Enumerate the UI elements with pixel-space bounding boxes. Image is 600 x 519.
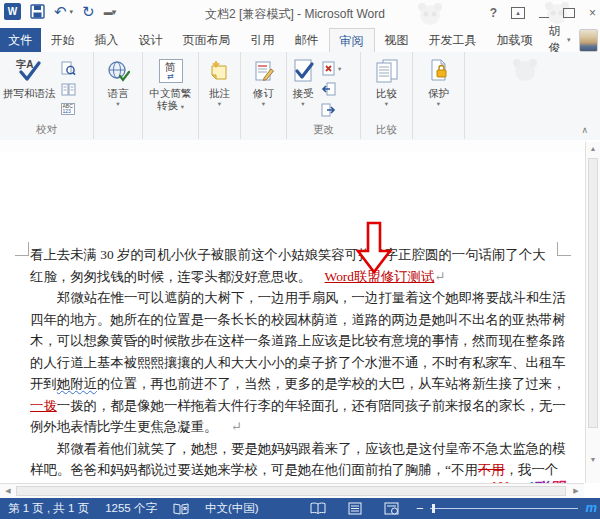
research-icon — [61, 61, 76, 76]
help-button[interactable]: ? — [490, 4, 497, 22]
zoom-slider[interactable] — [430, 508, 578, 509]
chevron-down-icon: ▾ — [218, 100, 221, 108]
text-run: 木，可以想象黄昏的时候散步在这样一条道路上应该是比较有意境的事情，然而现在整条路 — [30, 333, 566, 348]
status-bar: 第 1 页 , 共 1 页 1255 个字 中文(中国) − m — [0, 498, 600, 519]
new-comment-button[interactable]: 批注 ▾ — [205, 55, 235, 139]
text-run: 一拨的，都是像她一样拖着大件行李的年轻面孔，还有陪同孩子前来报名的家长，无一 — [57, 398, 566, 413]
reject-button[interactable]: ▾ — [319, 60, 343, 77]
read-mode-icon[interactable] — [310, 502, 326, 515]
undo-dropdown-icon[interactable]: ▾ — [70, 8, 74, 16]
maximize-button[interactable] — [563, 8, 575, 18]
close-button[interactable]: × — [589, 4, 596, 22]
word-count-indicator[interactable]: 1255 个字 — [97, 501, 165, 516]
chinese-conversion-button[interactable]: 简 ⇄ 中文简繁转换 ▾ — [147, 55, 195, 139]
ribbon-display-options-button[interactable]: ▴ — [511, 7, 525, 19]
thesaurus-button[interactable] — [59, 81, 78, 98]
group-compare: 比较 ▾ 比较 — [361, 52, 413, 139]
redo-icon[interactable]: ↻ — [82, 4, 95, 20]
text-run-ins: 一拨 — [30, 398, 57, 413]
language-indicator[interactable]: 中文(中国) — [197, 501, 267, 516]
scroll-down-arrow[interactable]: ▼ — [586, 453, 600, 467]
horizontal-scroll-thumb[interactable] — [16, 486, 566, 496]
web-layout-icon[interactable] — [384, 502, 399, 515]
tab-引用[interactable]: 引用 — [241, 28, 285, 52]
word-count-button[interactable]: ABC123 — [59, 102, 78, 116]
chevron-down-icon: ▾ — [116, 100, 119, 108]
save-icon[interactable] — [30, 4, 45, 19]
text-run: 样吧。爸爸和妈妈都说过要送她来学校，可是她在他们面前拍了胸脯，“不用 — [30, 462, 478, 477]
tab-页面布局[interactable]: 页面布局 — [173, 28, 241, 52]
window-title: 文档2 [兼容模式] - Microsoft Word — [130, 6, 460, 23]
proofing-errors-indicator[interactable] — [165, 502, 197, 515]
group-label-compare: 比较 — [361, 123, 412, 137]
document-line: 郑微站在惟一可以遮荫的大树下，一边用手扇风，一边打量着这个她即将要战斗和生活 — [57, 289, 566, 306]
text-run-mark: ↵ — [217, 419, 242, 434]
previous-change-button[interactable] — [319, 81, 343, 98]
group-label-changes: 更改 — [287, 123, 360, 137]
language-icon — [106, 59, 130, 83]
document-line: 样吧。爸爸和妈妈都说过要送她来学校，可是她在他们面前拍了胸脯，“不用不用，我一个 — [30, 461, 558, 478]
protect-button[interactable]: 保护 ▾ — [423, 55, 455, 139]
tab-邮件[interactable]: 邮件 — [285, 28, 329, 52]
zoom-slider-thumb[interactable] — [432, 504, 435, 513]
print-layout-icon[interactable] — [348, 502, 362, 515]
chevron-down-icon: ▾ — [385, 100, 388, 108]
tab-list: 开始插入设计页面布局引用邮件审阅视图开发工具加载项 — [41, 28, 543, 52]
reject-icon — [321, 61, 336, 76]
vertical-scroll-thumb[interactable] — [588, 158, 598, 428]
site-watermark-letter: m — [585, 500, 597, 515]
text-run: ，我一个 — [505, 462, 559, 477]
proofing-book-icon — [173, 502, 189, 515]
ribbon-tab-row: 文件 开始插入设计页面布局引用邮件审阅视图开发工具加载项 胡俊▾ — [0, 28, 600, 53]
chevron-down-icon: ▾ — [301, 100, 304, 108]
accept-icon — [290, 58, 316, 84]
user-avatar[interactable] — [579, 29, 598, 52]
next-change-button[interactable] — [319, 102, 343, 119]
track-changes-button[interactable]: 修订 ▾ — [249, 55, 279, 139]
zoom-out-button[interactable]: − — [416, 501, 424, 516]
minimize-button[interactable] — [539, 17, 549, 18]
ribbon-spacer: ∧ — [465, 52, 600, 139]
scroll-right-arrow[interactable]: ▶ — [569, 484, 583, 498]
group-tracking: 修订 ▾ — [241, 52, 287, 139]
group-label-proofing: 校对 — [0, 123, 93, 137]
text-run: 郑微看着他们就笑了，她想，要是她妈妈跟着来了，应该也是这付皇帝不急太监急的模 — [57, 441, 566, 456]
language-button[interactable]: 语言 ▾ — [103, 55, 133, 139]
tab-file[interactable]: 文件 — [0, 28, 41, 52]
group-chinese-conversion: 简 ⇄ 中文简繁转换 ▾ — [143, 52, 199, 139]
collapse-ribbon-button[interactable]: ∧ — [581, 125, 588, 135]
text-run-gram: 她附近 — [57, 376, 97, 391]
tab-插入[interactable]: 插入 — [85, 28, 129, 52]
text-boundary-mark-top-right — [557, 242, 571, 256]
tab-加载项[interactable]: 加载项 — [487, 28, 543, 52]
group-language: 语言 ▾ — [94, 52, 143, 139]
page-number-indicator[interactable]: 第 1 页 , 共 1 页 — [0, 501, 97, 516]
document-area: 看上去未满 30 岁的司机小伙子被眼前这个小姑娘笑容可掬又字正腔圆的一句话闹了个… — [0, 140, 600, 498]
scroll-up-arrow[interactable]: ▲ — [586, 142, 600, 156]
tab-设计[interactable]: 设计 — [129, 28, 173, 52]
text-run: 的位置，再也前进不了，当然，更多的是学校的大巴，从车站将新生接了过来， — [97, 376, 566, 391]
scroll-left-arrow[interactable]: ◀ — [1, 484, 15, 498]
document-line: 看上去未满 30 岁的司机小伙子被眼前这个小姑娘笑容可掬又字正腔圆的一句话闹了个… — [30, 246, 546, 263]
undo-icon[interactable]: ↶ — [54, 4, 67, 20]
horizontal-scrollbar[interactable]: ◀ ▶ — [0, 483, 584, 498]
research-button[interactable] — [59, 60, 78, 77]
tab-开始[interactable]: 开始 — [41, 28, 85, 52]
vertical-scrollbar[interactable]: ▲ ▼ — [585, 142, 600, 483]
thesaurus-icon — [61, 82, 76, 97]
word-count-icon: ABC123 — [61, 103, 75, 115]
tab-视图[interactable]: 视图 — [375, 28, 419, 52]
title-bar[interactable]: W ↶▾ ↻ ▬▾ 文档2 [兼容模式] - Microsoft Word ? … — [0, 0, 600, 28]
tab-开发工具[interactable]: 开发工具 — [419, 28, 487, 52]
document-page[interactable]: 看上去未满 30 岁的司机小伙子被眼前这个小姑娘笑容可掬又字正腔圆的一句话闹了个… — [0, 152, 584, 498]
user-account-button[interactable]: 胡俊▾ — [543, 28, 577, 52]
qat-customize-icon[interactable]: ▬▾ — [104, 7, 116, 17]
spelling-grammar-icon: 字A — [16, 58, 42, 84]
previous-change-icon — [321, 82, 336, 97]
next-change-icon — [321, 103, 336, 118]
tab-审阅[interactable]: 审阅 — [329, 28, 375, 53]
document-line: 一拨一拨的，都是像她一样拖着大件行李的年轻面孔，还有陪同孩子前来报名的家长，无一 — [30, 397, 566, 414]
document-line: 四年的地方。她所在的位置是一条长长的校园林荫道，道路的两边是她叫不出名的亚热带树 — [30, 311, 566, 328]
word-app-icon[interactable]: W — [4, 3, 21, 20]
text-run: 例外地表情比学生更焦急凝重。 — [30, 419, 217, 434]
